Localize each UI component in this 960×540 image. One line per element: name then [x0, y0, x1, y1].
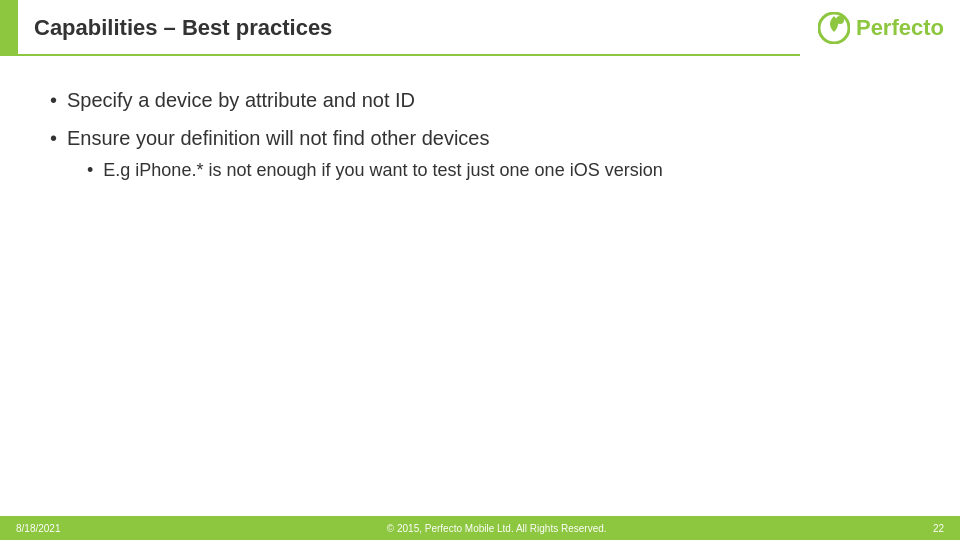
logo-container: Perfecto [818, 12, 944, 44]
sub-bullet-list: • E.g iPhone.* is not enough if you want… [87, 158, 663, 183]
footer: 8/18/2021 © 2015, Perfecto Mobile Ltd. A… [0, 516, 960, 540]
bullet-list: • Specify a device by attribute and not … [50, 86, 910, 183]
page-title: Capabilities – Best practices [34, 15, 332, 41]
list-item: • Specify a device by attribute and not … [50, 86, 910, 114]
bullet-text: Ensure your definition will not find oth… [67, 127, 489, 149]
main-content: • Specify a device by attribute and not … [0, 56, 960, 213]
footer-page-number: 22 [933, 523, 944, 534]
logo-area: Perfecto [800, 0, 960, 56]
bullet-dot: • [50, 86, 57, 114]
perfecto-logo-icon [818, 12, 850, 44]
header: Capabilities – Best practices Perfecto [0, 0, 960, 56]
bullet-text: Specify a device by attribute and not ID [67, 86, 415, 114]
header-title-area: Capabilities – Best practices [18, 15, 800, 41]
footer-date: 8/18/2021 [16, 523, 61, 534]
list-item: • E.g iPhone.* is not enough if you want… [87, 158, 663, 183]
sub-bullet-dot: • [87, 158, 93, 183]
header-left-bar [0, 0, 18, 56]
list-item: • Ensure your definition will not find o… [50, 124, 910, 183]
svg-point-1 [836, 16, 844, 24]
sub-bullet-text: E.g iPhone.* is not enough if you want t… [103, 158, 662, 183]
footer-copyright: © 2015, Perfecto Mobile Ltd. All Rights … [61, 523, 933, 534]
logo-text: Perfecto [856, 15, 944, 41]
bullet-dot: • [50, 124, 57, 152]
header-line [18, 54, 800, 56]
